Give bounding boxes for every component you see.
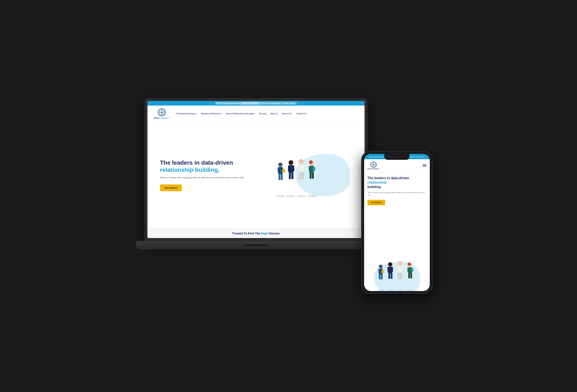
topbar-text: We've re-branded from Legacy Leaders to … [215, 102, 296, 105]
svg-point-18 [298, 159, 304, 164]
hero-subtitle: Talk isn't cheap. Start engaging with th… [160, 176, 245, 179]
svg-rect-31 [313, 167, 315, 171]
svg-point-40 [373, 164, 374, 165]
svg-rect-7 [278, 167, 279, 173]
svg-rect-20 [298, 165, 300, 171]
logo-icon [158, 108, 166, 116]
trusted-section: Trusted To Find The Right Donors [147, 229, 364, 238]
logo-text: DonorCompass™ [154, 117, 170, 119]
hero-illustration [293, 152, 352, 198]
laptop-device: We've re-branded from Legacy Leaders to … [144, 98, 367, 249]
svg-point-5 [278, 163, 283, 167]
svg-rect-57 [401, 266, 403, 272]
svg-rect-11 [282, 169, 285, 173]
hero-title-highlight: relationship building. [160, 167, 220, 173]
svg-rect-58 [398, 273, 400, 279]
people-illustration [272, 157, 323, 197]
svg-rect-63 [407, 268, 409, 272]
nav-analysis-research[interactable]: Analysis & Research [201, 112, 222, 115]
hero-title: The leaders in data-driven relationship … [160, 159, 245, 173]
svg-rect-21 [303, 165, 305, 171]
phone-logo-icon [370, 161, 377, 168]
svg-rect-67 [411, 269, 413, 271]
phone-screen: We've re-branded from Legacy Leaders to … [364, 154, 430, 291]
scene: We've re-branded from Legacy Leaders to … [144, 98, 433, 294]
svg-point-32 [276, 195, 285, 197]
phone-logo-text: DonorCompass™ [367, 168, 380, 170]
svg-point-69 [386, 289, 394, 291]
phone-hero-subtitle: Talk isn't cheap. Start engaging with th… [367, 191, 426, 196]
phone-illustration [364, 253, 430, 291]
svg-rect-10 [281, 174, 283, 180]
svg-point-48 [388, 262, 392, 266]
phone-logo: DonorCompass™ [367, 161, 380, 170]
svg-rect-52 [388, 273, 390, 279]
nav-fundraising-services[interactable]: Fundraising Services [176, 112, 197, 115]
svg-rect-43 [378, 269, 380, 273]
svg-rect-30 [312, 173, 314, 179]
laptop-body: We've re-branded from Legacy Leaders to … [144, 98, 367, 241]
svg-point-34 [296, 195, 306, 197]
svg-point-12 [288, 160, 293, 165]
phone-body: We've re-branded from Legacy Leaders to … [361, 151, 433, 294]
phone-hero-title: The leaders in data-driven relationship … [367, 176, 426, 189]
nav-links: Fundraising Services Analysis & Research… [176, 112, 307, 115]
svg-rect-45 [379, 274, 381, 280]
svg-rect-16 [289, 173, 291, 179]
svg-point-41 [379, 265, 383, 268]
hero-section: The leaders in data-driven relationship … [147, 122, 364, 229]
svg-rect-47 [382, 270, 384, 273]
phone-hero: The leaders in data-driven relationship … [364, 172, 430, 291]
svg-point-54 [397, 261, 402, 266]
phone-device: We've re-branded from Legacy Leaders to … [361, 151, 433, 294]
svg-rect-66 [410, 273, 412, 279]
svg-rect-15 [292, 166, 294, 171]
site-navigation: DonorCompass™ Fundraising Services Analy… [147, 106, 364, 122]
svg-rect-50 [388, 267, 389, 272]
svg-rect-29 [310, 173, 312, 179]
topbar-highlight: Legacy Leaders [241, 102, 259, 105]
svg-rect-27 [309, 166, 311, 171]
nav-why-us[interactable]: Why Us [271, 112, 278, 115]
phone-nav: DonorCompass™ [364, 159, 430, 172]
svg-rect-17 [291, 173, 293, 179]
svg-rect-14 [288, 166, 290, 171]
svg-point-25 [309, 160, 313, 164]
nav-security[interactable]: Security [259, 112, 266, 115]
svg-rect-53 [391, 273, 393, 279]
svg-rect-51 [391, 267, 393, 272]
phone-cta-button[interactable]: Get Started [367, 200, 385, 205]
phone-people-illustration [376, 259, 418, 291]
svg-rect-23 [301, 172, 304, 179]
svg-rect-9 [279, 174, 280, 180]
svg-point-4 [161, 112, 162, 113]
svg-point-33 [286, 195, 295, 197]
svg-rect-56 [397, 266, 399, 272]
svg-rect-59 [400, 273, 402, 279]
svg-point-68 [377, 289, 385, 291]
site-topbar: We've re-branded from Legacy Leaders to … [147, 101, 364, 106]
svg-rect-65 [408, 273, 410, 279]
laptop-screen: We've re-branded from Legacy Leaders to … [147, 101, 364, 238]
phone-notch [384, 154, 410, 160]
nav-about-us[interactable]: About Us [282, 112, 292, 115]
svg-point-35 [307, 195, 317, 197]
trusted-text: Trusted To Find The Right Donors [154, 232, 358, 235]
site-logo: DonorCompass™ [154, 108, 170, 119]
laptop-base [136, 241, 376, 249]
hero-cta-button[interactable]: Get Started [160, 184, 182, 191]
hamburger-menu[interactable] [423, 164, 426, 167]
nav-donor-relationship[interactable]: Donor Relationship Specialists [226, 112, 254, 115]
svg-point-71 [406, 289, 414, 291]
svg-point-70 [396, 289, 404, 291]
svg-point-61 [408, 262, 411, 266]
hero-text: The leaders in data-driven relationship … [160, 159, 245, 191]
svg-rect-22 [299, 172, 301, 179]
nav-contact-us[interactable]: Contact Us [296, 112, 306, 115]
svg-rect-46 [381, 274, 383, 280]
